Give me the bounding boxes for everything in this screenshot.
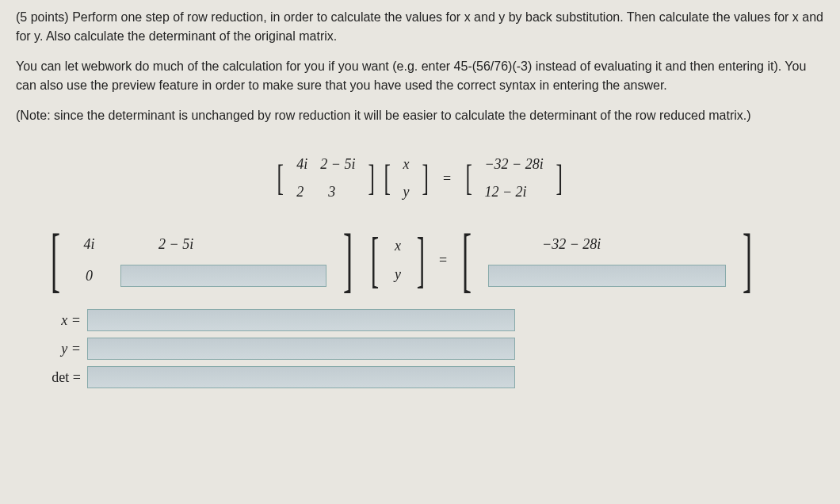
x-input[interactable] <box>87 309 515 331</box>
problem-paragraph-2: You can let webwork do much of the calcu… <box>16 57 824 95</box>
points-label: (5 points) <box>16 10 69 24</box>
bracket-close-icon: ] <box>343 228 353 292</box>
equals-sign: = <box>431 250 455 271</box>
matrix-a21: 2 <box>290 180 310 204</box>
problem-paragraph-3: (Note: since the determinant is unchange… <box>16 106 824 125</box>
problem-text-1: Perform one step of row reduction, in or… <box>16 10 823 43</box>
bracket-close-icon: ] <box>368 160 374 197</box>
bracket-open-icon: [ <box>384 160 390 197</box>
y-input[interactable] <box>87 338 515 360</box>
bracket-close-icon: ] <box>417 231 425 288</box>
problem-text-2: You can let webwork do much of the calcu… <box>16 59 806 92</box>
problem-paragraph-1: (5 points) Perform one step of row reduc… <box>16 8 824 46</box>
bracket-open-icon: [ <box>277 160 284 197</box>
y-label: y = <box>44 338 87 360</box>
work-vector-x: x <box>385 235 410 257</box>
det-label: det = <box>44 367 87 388</box>
work-a11: 4i <box>67 234 111 255</box>
matrix-a12: 2 − 5i <box>314 152 361 177</box>
matrix-a11: 4i <box>290 152 314 177</box>
work-a22-input[interactable] <box>120 265 326 287</box>
bracket-open-icon: [ <box>51 228 60 292</box>
vector-x: x <box>397 152 416 177</box>
x-label: x = <box>44 310 87 331</box>
work-vector-y: y <box>385 264 410 285</box>
det-answer-row: det = <box>44 363 824 391</box>
y-answer-row: y = <box>44 334 824 363</box>
bracket-close-icon: ] <box>422 160 429 197</box>
equation-display: [ 4i 2 − 5i 2 3 ] [ x y ] = [ −32 − 28i … <box>16 136 824 228</box>
bracket-open-icon: [ <box>465 160 472 197</box>
matrix-a22: 3 <box>310 180 353 204</box>
rhs-b2: 12 − 2i <box>478 180 533 204</box>
equals-sign: = <box>435 168 459 189</box>
work-a21: 0 <box>67 265 111 287</box>
bracket-close-icon: ] <box>743 228 752 292</box>
work-a12: 2 − 5i <box>111 234 317 255</box>
vector-y: y <box>397 180 416 204</box>
problem-text-3: (Note: since the determinant is unchange… <box>16 109 751 122</box>
work-b2-input[interactable] <box>488 265 726 287</box>
work-b1: −32 − 28i <box>479 234 716 255</box>
row-reduction-equation: [ 4i 2 − 5i 0 ] [ x y ] = [ −32 − 28i <box>44 228 824 292</box>
rhs-b1: −32 − 28i <box>478 152 549 177</box>
x-answer-row: x = <box>44 306 824 334</box>
det-input[interactable] <box>87 366 515 388</box>
bracket-open-icon: [ <box>462 228 472 292</box>
bracket-close-icon: ] <box>556 160 563 197</box>
bracket-open-icon: [ <box>371 231 379 288</box>
